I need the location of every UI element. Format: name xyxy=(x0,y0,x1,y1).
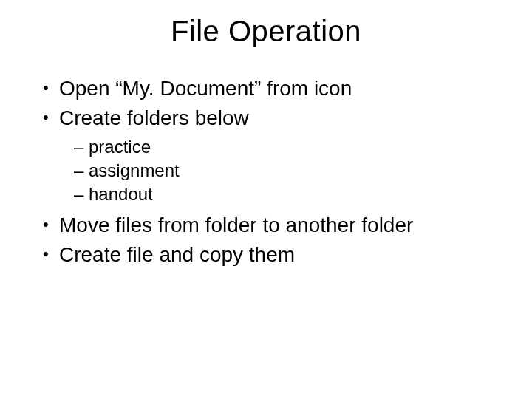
list-item: practice xyxy=(74,135,502,159)
list-item: Move files from folder to another folder xyxy=(43,211,502,239)
slide-title: File Operation xyxy=(30,15,502,48)
list-item: Open “My. Document” from icon xyxy=(43,75,502,103)
list-item: Create folders below practice assignment… xyxy=(43,104,502,207)
list-item: assignment xyxy=(74,159,502,183)
list-item: Create file and copy them xyxy=(43,241,502,269)
list-item: handout xyxy=(74,183,502,206)
sub-bullet-list: practice assignment handout xyxy=(59,135,502,207)
list-item-text: Create folders below xyxy=(59,106,249,129)
bullet-list: Open “My. Document” from icon Create fol… xyxy=(30,75,502,268)
